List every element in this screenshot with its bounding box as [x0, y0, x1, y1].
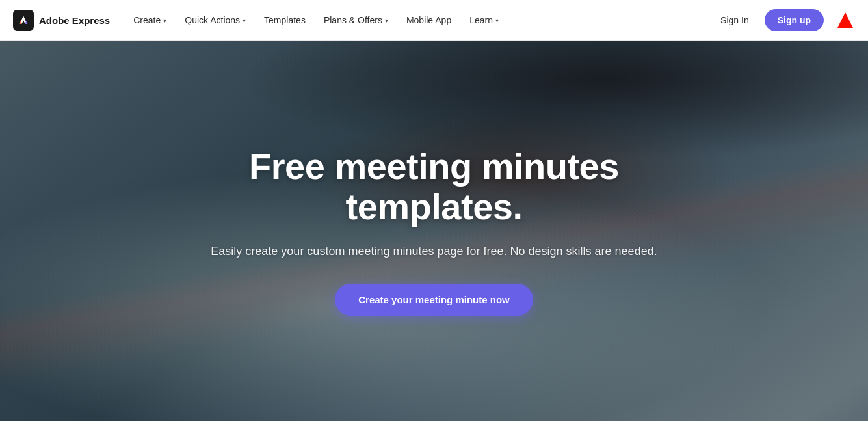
adobe-red-icon	[835, 10, 855, 30]
nav-quick-actions-label: Quick Actions	[185, 15, 240, 25]
nav-learn-label: Learn	[469, 15, 493, 25]
nav-mobile-label: Mobile App	[406, 15, 451, 25]
brand-name: Adobe Express	[39, 15, 110, 26]
nav-plans-chevron: ▾	[385, 17, 388, 24]
nav-learn-chevron: ▾	[495, 17, 499, 24]
navbar: Adobe Express Create ▾ Quick Actions ▾ T…	[0, 0, 868, 41]
nav-item-learn[interactable]: Learn ▾	[462, 10, 506, 31]
hero-cta-button[interactable]: Create your meeting minute now	[335, 284, 533, 316]
hero-title: Free meeting minutes templates.	[187, 146, 681, 226]
sign-in-button[interactable]: Sign In	[713, 10, 757, 31]
hero-content: Free meeting minutes templates. Easily c…	[174, 146, 694, 315]
nav-item-create[interactable]: Create ▾	[125, 10, 174, 31]
nav-item-templates[interactable]: Templates	[256, 10, 313, 31]
svg-marker-0	[837, 12, 853, 28]
nav-plans-label: Plans & Offers	[324, 15, 382, 25]
nav-item-quick-actions[interactable]: Quick Actions ▾	[177, 10, 254, 31]
sign-up-button[interactable]: Sign up	[765, 9, 824, 31]
hero-subtitle: Easily create your custom meeting minute…	[187, 243, 681, 260]
nav-quick-actions-chevron: ▾	[243, 17, 246, 24]
nav-templates-label: Templates	[264, 15, 306, 25]
nav-create-label: Create	[133, 15, 161, 25]
hero-section: Free meeting minutes templates. Easily c…	[0, 41, 868, 421]
nav-item-mobile-app[interactable]: Mobile App	[399, 10, 459, 31]
nav-item-plans-offers[interactable]: Plans & Offers ▾	[316, 10, 396, 31]
nav-items: Create ▾ Quick Actions ▾ Templates Plans…	[125, 10, 713, 31]
nav-right: Sign In Sign up	[713, 9, 855, 31]
nav-create-chevron: ▾	[163, 17, 166, 24]
adobe-express-icon	[13, 10, 34, 31]
brand-logo[interactable]: Adobe Express	[13, 10, 110, 31]
